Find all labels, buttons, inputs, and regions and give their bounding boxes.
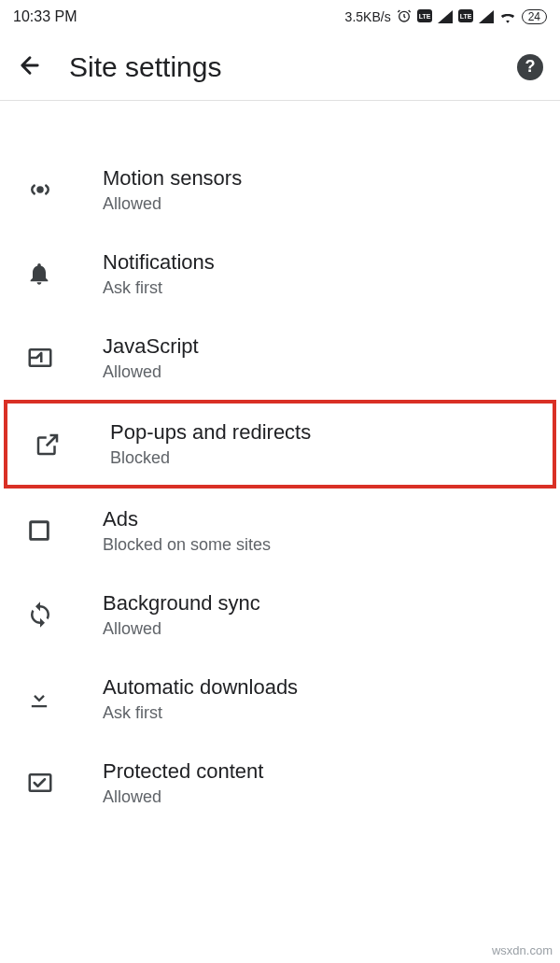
- setting-status: Blocked on some sites: [103, 535, 539, 555]
- setting-automatic-downloads[interactable]: Automatic downloads Ask first: [0, 657, 560, 741]
- ads-icon: [26, 517, 103, 544]
- sync-icon: [26, 601, 103, 629]
- setting-status: Ask first: [103, 703, 539, 723]
- setting-label: Ads: [103, 507, 539, 531]
- signal-icon-1: [438, 10, 453, 23]
- svg-rect-7: [31, 522, 49, 540]
- setting-status: Allowed: [103, 362, 539, 382]
- status-right: 3.5KB/s LTE LTE 24: [345, 8, 547, 26]
- setting-label: Protected content: [103, 759, 539, 784]
- alarm-icon: [397, 8, 412, 26]
- setting-label: Background sync: [103, 591, 539, 616]
- setting-label: JavaScript: [103, 334, 539, 359]
- app-bar: Site settings ?: [0, 34, 560, 101]
- setting-label: Motion sensors: [103, 166, 539, 191]
- volte-icon-2: LTE: [458, 9, 473, 25]
- setting-label: Notifications: [103, 250, 539, 275]
- setting-label: Automatic downloads: [103, 675, 539, 700]
- wifi-icon: [499, 10, 516, 23]
- setting-status: Allowed: [103, 619, 539, 639]
- setting-status: Allowed: [103, 787, 539, 807]
- svg-point-5: [36, 186, 44, 193]
- setting-javascript[interactable]: JavaScript Allowed: [0, 316, 560, 400]
- setting-motion-sensors[interactable]: Motion sensors Allowed: [0, 148, 560, 232]
- notifications-icon: [26, 261, 103, 287]
- downloads-icon: [26, 686, 103, 712]
- back-button[interactable]: [17, 52, 43, 82]
- setting-ads[interactable]: Ads Blocked on some sites: [0, 489, 560, 573]
- help-button[interactable]: ?: [517, 54, 543, 80]
- volte-icon-1: LTE: [417, 9, 432, 25]
- setting-status: Ask first: [103, 278, 539, 298]
- setting-notifications[interactable]: Notifications Ask first: [0, 232, 560, 316]
- status-bar: 10:33 PM 3.5KB/s LTE LTE 24: [0, 0, 560, 34]
- status-time: 10:33 PM: [13, 8, 77, 25]
- protected-content-icon: [26, 769, 103, 797]
- signal-icon-2: [479, 10, 494, 23]
- status-speed: 3.5KB/s: [345, 9, 391, 24]
- cutoff-previous-item: Ask first: [0, 99, 560, 110]
- battery-indicator: 24: [522, 9, 547, 24]
- svg-text:LTE: LTE: [459, 13, 471, 20]
- popups-icon: [34, 431, 110, 459]
- setting-status: Blocked: [110, 448, 532, 468]
- setting-protected-content[interactable]: Protected content Allowed: [0, 741, 560, 825]
- setting-popups-redirects[interactable]: Pop-ups and redirects Blocked: [4, 400, 556, 489]
- javascript-icon: [26, 344, 103, 372]
- motion-sensors-icon: [26, 176, 103, 204]
- setting-status: Allowed: [103, 194, 539, 214]
- setting-label: Pop-ups and redirects: [110, 420, 532, 445]
- setting-background-sync[interactable]: Background sync Allowed: [0, 573, 560, 657]
- settings-list: Motion sensors Allowed Notifications Ask…: [0, 110, 560, 825]
- watermark: wsxdn.com: [492, 943, 553, 957]
- page-title: Site settings: [69, 51, 491, 83]
- svg-text:LTE: LTE: [418, 13, 430, 20]
